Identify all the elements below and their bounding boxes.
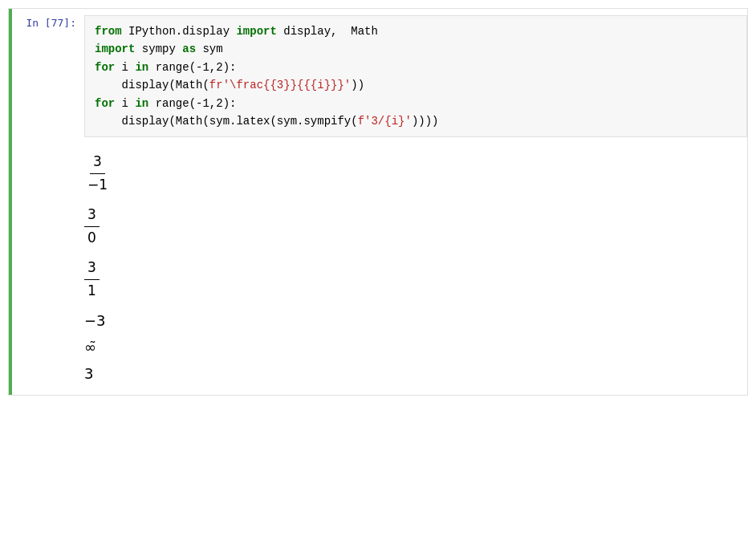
keyword-for1: for (95, 61, 115, 74)
keyword-in1: in (135, 61, 148, 74)
keyword-in2: in (135, 97, 148, 110)
fraction-1: 3 −1 (84, 152, 111, 195)
fraction-3: 3 1 (84, 258, 100, 301)
math-output-3: 3 1 (84, 253, 747, 306)
math-output-1: 3 −1 (84, 147, 747, 200)
string-sympify: f'3/{i}' (358, 115, 412, 128)
cell-in-label: In [77]: (12, 15, 84, 388)
keyword-import2: import (95, 43, 135, 55)
cell-code-area: from IPython.display import display, Mat… (84, 15, 747, 388)
output-neg3: −3 (84, 306, 747, 332)
keyword-from: from (95, 25, 122, 38)
fraction-3-denominator: 1 (84, 280, 100, 302)
fraction-2-denominator: 0 (84, 227, 100, 249)
fraction-2: 3 0 (84, 205, 100, 248)
fraction-1-denominator: −1 (84, 174, 111, 196)
code-block[interactable]: from IPython.display import display, Mat… (84, 15, 747, 137)
cell-content: In [77]: from IPython.display import dis… (12, 9, 747, 395)
output-area: 3 −1 3 0 3 1 (84, 137, 747, 388)
string-frac: fr'\frac{{3}}{{{i}}}' (209, 79, 351, 91)
keyword-as: as (182, 43, 196, 55)
notebook-cell: In [77]: from IPython.display import dis… (8, 8, 748, 396)
fraction-3-numerator: 3 (84, 258, 100, 280)
output-inf-tilde: ∞̃ (84, 332, 747, 359)
keyword-import1: import (236, 25, 276, 38)
output-3: 3 (84, 359, 747, 385)
fraction-2-numerator: 3 (84, 205, 100, 227)
keyword-for2: for (95, 97, 115, 110)
math-output-2: 3 0 (84, 200, 747, 253)
fraction-1-numerator: 3 (90, 152, 105, 174)
